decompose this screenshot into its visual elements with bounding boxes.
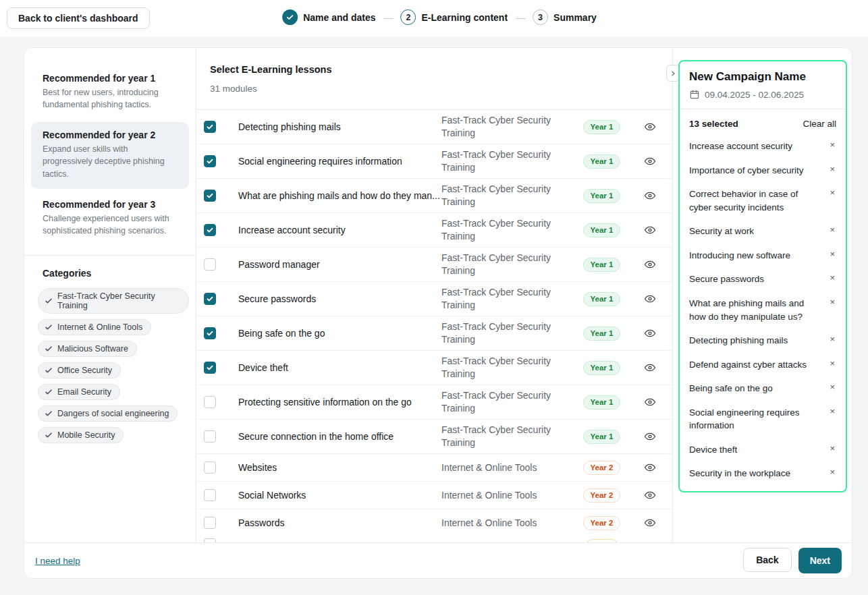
lesson-category: Internet & Online Tools	[441, 461, 576, 474]
lessons-header: Select E-Learning lessons 31 modules	[196, 48, 672, 110]
lesson-checkbox[interactable]	[204, 517, 216, 529]
lesson-category: Fast-Track Cyber Security Training	[441, 217, 576, 243]
lesson-checkbox[interactable]	[204, 396, 216, 408]
lesson-row[interactable]: Social Networks Internet & Online Tools …	[196, 482, 672, 509]
recommendation-item[interactable]: Recommended for year 2 Expand user skill…	[31, 122, 189, 188]
category-chip[interactable]: Malicious Software	[38, 341, 137, 357]
lesson-checkbox[interactable]	[204, 461, 216, 474]
lesson-row[interactable]: Password manager Fast-Track Cyber Securi…	[196, 248, 672, 282]
preview-button[interactable]	[641, 359, 659, 376]
remove-item-button[interactable]: ×	[828, 358, 836, 370]
recommendation-title: Recommended for year 1	[43, 73, 178, 84]
lesson-row[interactable]: Secure connection in the home office Fas…	[196, 420, 672, 454]
lesson-row[interactable]: Secure passwords Fast-Track Cyber Securi…	[196, 282, 672, 316]
lesson-checkbox[interactable]	[204, 190, 216, 202]
selected-count: 13 selected	[689, 119, 738, 129]
remove-item-button[interactable]: ×	[828, 225, 836, 236]
category-chip[interactable]: Office Security	[38, 362, 121, 378]
category-chip[interactable]: Dangers of social engineering	[38, 405, 178, 422]
lesson-name: Password manager	[231, 259, 441, 270]
selected-item: Defend against cyber attacks ×	[689, 358, 836, 372]
lesson-name: Being safe on the go	[231, 328, 441, 339]
remove-item-button[interactable]: ×	[828, 334, 836, 345]
preview-button[interactable]	[641, 486, 659, 504]
category-chip-label: Office Security	[57, 366, 112, 375]
preview-button[interactable]	[641, 514, 659, 532]
lesson-row[interactable]: Detecting phishing mails Fast-Track Cybe…	[196, 110, 672, 144]
lesson-row[interactable]: Being safe on the go Fast-Track Cyber Se…	[196, 316, 672, 351]
preview-button[interactable]	[641, 459, 659, 476]
lesson-category: Fast-Track Cyber Security Training	[441, 389, 576, 415]
lesson-row[interactable]: Social engineering requires information …	[196, 144, 672, 179]
footer: I need help Back Next	[24, 542, 852, 578]
year-badge: Year 1	[583, 223, 621, 237]
lesson-row[interactable]: What are phishing mails and how do they …	[196, 179, 672, 213]
check-icon	[45, 323, 53, 331]
selected-item: Increase account security ×	[689, 140, 836, 153]
lesson-checkbox[interactable]	[204, 327, 216, 339]
preview-button[interactable]	[641, 256, 659, 273]
check-icon	[45, 409, 53, 418]
remove-item-button[interactable]: ×	[828, 188, 836, 199]
remove-item-button[interactable]: ×	[828, 382, 836, 393]
selected-item: Secure passwords ×	[689, 273, 836, 286]
lesson-row[interactable]: Websites Internet & Online Tools Year 2	[196, 454, 672, 482]
lesson-row[interactable]: Device theft Fast-Track Cyber Security T…	[196, 351, 672, 385]
category-chip[interactable]: Mobile Security	[38, 427, 124, 443]
remove-item-button[interactable]: ×	[828, 273, 836, 284]
help-link[interactable]: I need help	[35, 556, 80, 566]
selected-item-label: Importance of cyber security	[689, 164, 828, 177]
lesson-checkbox[interactable]	[204, 258, 216, 271]
back-to-dashboard-button[interactable]: Back to client's dashboard	[7, 7, 150, 29]
remove-item-button[interactable]: ×	[828, 443, 836, 455]
remove-item-button[interactable]: ×	[828, 164, 836, 175]
remove-item-button[interactable]: ×	[828, 249, 836, 260]
year-badge: Year 1	[583, 154, 621, 169]
category-chip[interactable]: Internet & Online Tools	[38, 319, 151, 335]
preview-button[interactable]	[641, 393, 659, 411]
preview-button[interactable]	[641, 118, 659, 136]
collapse-panel-button[interactable]	[666, 65, 680, 82]
back-button[interactable]: Back	[743, 548, 791, 572]
lesson-checkbox[interactable]	[204, 430, 216, 443]
lesson-row[interactable]: Passwords Internet & Online Tools Year 2	[196, 509, 672, 536]
lesson-row[interactable]: Protecting sensitive information on the …	[196, 385, 672, 420]
main-card: Recommended for year 1 Best for new user…	[24, 47, 852, 579]
check-icon	[45, 345, 53, 353]
recommendation-item[interactable]: Recommended for year 1 Best for new user…	[31, 65, 189, 119]
step-summary[interactable]: 3 Summary	[533, 9, 597, 25]
preview-button[interactable]	[641, 221, 659, 239]
preview-button[interactable]	[641, 152, 659, 170]
remove-item-button[interactable]: ×	[828, 297, 836, 308]
year-badge: Year 1	[583, 327, 621, 341]
recommendation-item[interactable]: Recommended for year 3 Challenge experie…	[31, 192, 189, 246]
lesson-row[interactable]: Increase account security Fast-Track Cyb…	[196, 213, 672, 248]
remove-item-button[interactable]: ×	[828, 140, 836, 151]
remove-item-button[interactable]: ×	[828, 406, 836, 418]
selected-item: What are phishing mails and how do they …	[689, 297, 836, 323]
lesson-checkbox[interactable]	[204, 155, 216, 167]
modules-count: 31 modules	[210, 84, 659, 94]
sidebar: Recommended for year 1 Best for new user…	[24, 48, 196, 542]
preview-button[interactable]	[641, 290, 659, 308]
check-icon	[206, 295, 214, 303]
step-label: Name and dates	[303, 12, 375, 23]
preview-button[interactable]	[641, 324, 659, 342]
lesson-checkbox[interactable]	[204, 293, 216, 305]
step-elearning-content[interactable]: 2 E-Learning content	[401, 9, 508, 25]
category-chip[interactable]: Email Security	[38, 384, 120, 400]
lesson-checkbox[interactable]	[204, 362, 216, 374]
preview-button[interactable]	[641, 187, 659, 204]
lesson-name: Websites	[231, 462, 441, 473]
lesson-category: Fast-Track Cyber Security Training	[441, 252, 576, 277]
lesson-checkbox[interactable]	[204, 121, 216, 133]
category-chip[interactable]: Fast-Track Cyber Security Training	[38, 288, 189, 314]
clear-all-button[interactable]: Clear all	[803, 119, 836, 129]
step-name-and-dates[interactable]: Name and dates	[282, 9, 375, 25]
selected-item-label: Social engineering requires information	[689, 406, 828, 432]
next-button[interactable]: Next	[798, 548, 842, 573]
preview-button[interactable]	[641, 428, 659, 445]
remove-item-button[interactable]: ×	[828, 467, 836, 478]
lesson-checkbox[interactable]	[204, 489, 216, 501]
lesson-checkbox[interactable]	[204, 224, 216, 236]
